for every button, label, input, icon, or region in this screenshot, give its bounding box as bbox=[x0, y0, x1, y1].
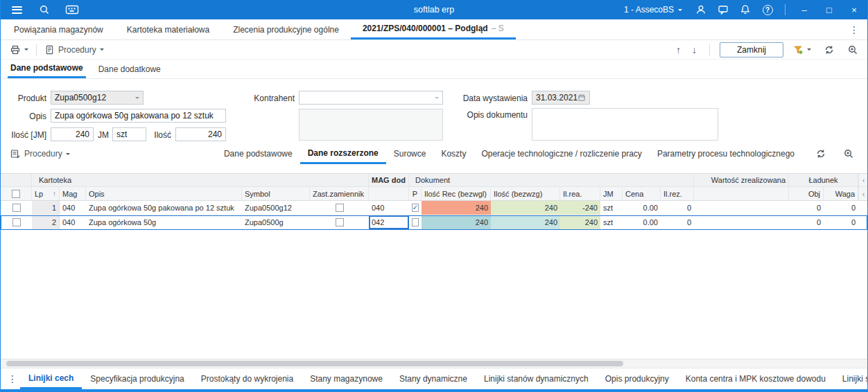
cell-symbol: Zupa0500g12 bbox=[242, 201, 310, 215]
grid-procedury-dropdown[interactable]: Procedury bbox=[6, 147, 73, 161]
header-jm[interactable]: JM bbox=[600, 187, 623, 200]
ilosc-value: 240 bbox=[208, 130, 222, 139]
header-obj[interactable]: Obj bbox=[789, 187, 824, 200]
search-icon[interactable] bbox=[37, 2, 52, 17]
subtab-dane-podstawowe[interactable]: Dane podstawowe bbox=[8, 60, 86, 78]
user-icon[interactable] bbox=[693, 2, 709, 17]
tab-kartoteka-materialowa[interactable]: Kartoteka materiałowa bbox=[115, 19, 221, 39]
opis-dokumentu-area[interactable] bbox=[532, 108, 718, 141]
grid-scroll-left-icon[interactable]: ‹ bbox=[858, 174, 867, 186]
header-lp[interactable]: Lp↑ bbox=[32, 187, 60, 200]
bottom-tab-konta-centra[interactable]: Konta centra i MPK kosztowe dowodu bbox=[677, 368, 834, 389]
produkt-value: Zupa0500g12 bbox=[55, 93, 106, 103]
jm-field[interactable]: szt bbox=[112, 127, 146, 141]
cell-lp: 1 bbox=[32, 201, 60, 215]
bottom-tab-linijki-cech[interactable]: Linijki cech bbox=[20, 368, 82, 389]
bottom-tab-stany-magazynowe[interactable]: Stany magazynowe bbox=[302, 368, 391, 389]
header-il-rea[interactable]: Il.rea. bbox=[560, 187, 600, 200]
header-symbol[interactable]: Symbol bbox=[242, 187, 310, 200]
grid-tab-surowce[interactable]: Surowce bbox=[386, 143, 434, 164]
header-mag[interactable]: Mag bbox=[60, 187, 86, 200]
filter-set-dropdown[interactable] bbox=[789, 43, 815, 57]
help-icon[interactable]: ? bbox=[760, 2, 775, 17]
row-select-checkbox[interactable] bbox=[12, 204, 21, 212]
opis-field[interactable]: Zupa ogórkowa 50g pakowana po 12 sztuk bbox=[51, 109, 226, 123]
header-mag-dod[interactable] bbox=[369, 187, 409, 200]
zamknij-button[interactable]: Zamknij bbox=[720, 42, 783, 57]
maximize-button[interactable]: □ bbox=[820, 2, 838, 17]
header-ilosc-rec[interactable]: Ilość Rec (bezwgl) bbox=[422, 187, 491, 200]
ilosc-field[interactable]: 240 bbox=[175, 127, 226, 141]
ilosc-jm-field[interactable]: 240 bbox=[51, 127, 94, 141]
search-grid-icon[interactable] bbox=[844, 43, 862, 57]
grid-refresh-icon[interactable] bbox=[812, 147, 830, 161]
titlebar-right: 1 - AssecoBS ? – □ × bbox=[620, 2, 863, 17]
header-zast-zamiennik[interactable]: Zast.zamiennik bbox=[310, 187, 369, 200]
grid-tab-label: Surowce bbox=[394, 149, 426, 159]
p-checkbox[interactable] bbox=[412, 218, 419, 226]
grid-tab-parametry-procesu[interactable]: Parametry procesu technologicznego bbox=[650, 143, 802, 164]
move-down-button[interactable]: ↓ bbox=[689, 44, 700, 55]
chat-icon[interactable] bbox=[715, 2, 731, 17]
chevron-down-icon bbox=[135, 97, 139, 99]
grid-search-icon[interactable] bbox=[840, 147, 858, 161]
group-dokument: Dokument bbox=[409, 174, 694, 186]
grid-tab-label: Dane rozszerzone bbox=[308, 148, 379, 158]
workspace-selector[interactable]: 1 - AssecoBS bbox=[620, 5, 686, 15]
kontrahent-notes-area[interactable] bbox=[299, 109, 443, 141]
header-cena[interactable]: Cena bbox=[623, 187, 661, 200]
bottom-tab-prostokaty[interactable]: Prostokąty do wykrojenia bbox=[193, 368, 302, 389]
bottom-tab-label: Prostokąty do wykrojenia bbox=[201, 374, 293, 384]
procedury-dropdown[interactable]: Procedury bbox=[41, 43, 107, 57]
grid-tab-operacje-technologiczne[interactable]: Operacje technologiczne / rozliczenie pr… bbox=[474, 143, 649, 164]
header-wartosc[interactable] bbox=[694, 187, 789, 200]
cell-ilosc-rec: 240 bbox=[422, 201, 491, 215]
chevron-down-icon bbox=[807, 48, 811, 51]
bottom-tab-specyfikacja-produkcyjna[interactable]: Specyfikacja produkcyjna bbox=[82, 368, 192, 389]
bottom-tab-stany-dynamiczne[interactable]: Stany dynamiczne bbox=[391, 368, 476, 389]
header-p[interactable]: P bbox=[409, 187, 422, 200]
tab-document-preview[interactable]: 2021/ZPS/040/000001 – Podgląd – S bbox=[351, 19, 516, 39]
grid-tab-dane-podstawowe[interactable]: Dane podstawowe bbox=[216, 143, 300, 164]
toolbar-separator bbox=[709, 44, 710, 55]
titlebar: softlab erp 1 - AssecoBS ? – □ × bbox=[1, 0, 867, 19]
move-up-button[interactable]: ↑ bbox=[673, 44, 684, 55]
bottom-more-options-icon[interactable]: ⋮ bbox=[5, 373, 20, 384]
cell-jm: szt bbox=[600, 215, 623, 230]
apps-icon[interactable] bbox=[64, 2, 80, 17]
header-ilosc-bezwzg[interactable]: Ilość (bezwzg) bbox=[491, 187, 560, 200]
row-select-checkbox[interactable] bbox=[12, 218, 21, 226]
bottom-tab-linijki-st[interactable]: Linijki st bbox=[834, 368, 867, 389]
table-row[interactable]: 1 040 Zupa ogórkowa 50g pakowana po 12 s… bbox=[1, 201, 867, 215]
refresh-icon[interactable] bbox=[820, 43, 838, 57]
menu-icon[interactable] bbox=[9, 2, 24, 17]
grid-tab-dane-rozszerzone[interactable]: Dane rozszerzone bbox=[300, 143, 386, 164]
zast-checkbox[interactable] bbox=[336, 204, 344, 212]
kontrahent-field[interactable] bbox=[299, 91, 443, 105]
header-waga[interactable]: Waga bbox=[824, 187, 858, 200]
bottom-tab-linijki-stanow[interactable]: Linijki stanów dynamicznych bbox=[476, 368, 597, 389]
tab-powiazania-magazynow[interactable]: Powiązania magazynów bbox=[2, 19, 115, 39]
grid-scroll-left-icon[interactable]: ‹ bbox=[858, 187, 867, 200]
grid-tab-koszty[interactable]: Koszty bbox=[433, 143, 474, 164]
p-checkbox[interactable]: ✓ bbox=[412, 204, 419, 212]
bell-icon[interactable] bbox=[738, 2, 753, 17]
table-row-selected[interactable]: 2 040 Zupa ogórkowa 50g Zupa0500g 042 24… bbox=[1, 215, 867, 230]
more-options-icon[interactable]: ⋮ bbox=[847, 24, 862, 35]
tab-zlecenia-produkcyjne[interactable]: Zlecenia produkcyjne ogólne bbox=[221, 19, 351, 39]
print-button[interactable] bbox=[6, 43, 32, 57]
cell-mag-dod-edit[interactable]: 042 bbox=[369, 215, 409, 230]
horizontal-scrollbar[interactable] bbox=[1, 359, 867, 368]
cell-mag-dod[interactable]: 040 bbox=[369, 201, 409, 215]
data-wystawienia-field[interactable]: 31.03.2021 bbox=[532, 91, 590, 105]
bottom-tab-opis-produkcyjny[interactable]: Opis produkcyjny bbox=[597, 368, 677, 389]
zast-checkbox[interactable] bbox=[336, 218, 344, 226]
select-all-checkbox[interactable] bbox=[12, 190, 20, 198]
close-button[interactable]: × bbox=[845, 2, 863, 17]
minimize-button[interactable]: – bbox=[795, 2, 813, 17]
header-opis[interactable]: Opis bbox=[86, 187, 242, 200]
subtab-dane-dodatkowe[interactable]: Dane dodatkowe bbox=[96, 60, 164, 78]
scrollbar-thumb[interactable] bbox=[6, 361, 623, 366]
produkt-field[interactable]: Zupa0500g12 bbox=[51, 91, 144, 105]
header-il-rez[interactable]: Il.rez. bbox=[661, 187, 694, 200]
